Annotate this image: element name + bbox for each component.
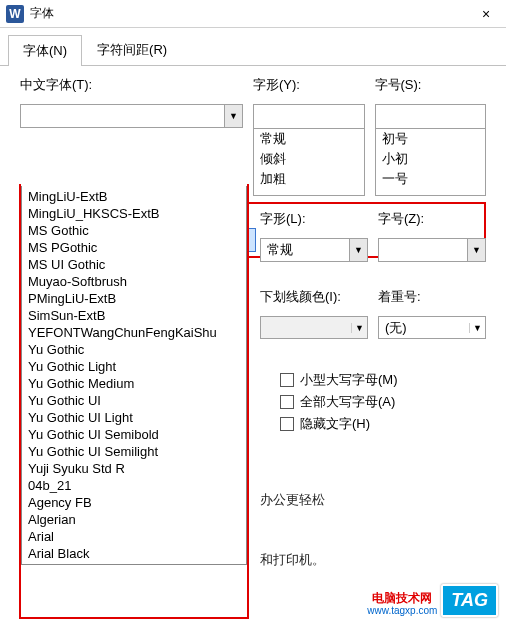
font-option[interactable]: SimSun-ExtB [22, 307, 246, 324]
font-option[interactable]: MingLiU_HKSCS-ExtB [22, 205, 246, 222]
font-option[interactable]: MS Gothic [22, 222, 246, 239]
emphasis-value: (无) [379, 319, 469, 337]
font-option[interactable]: Yu Gothic Light [22, 358, 246, 375]
font-option[interactable]: PMingLiU-ExtB [22, 290, 246, 307]
chevron-down-icon[interactable]: ▼ [224, 105, 242, 127]
font-option[interactable]: Arial [22, 528, 246, 545]
underline-color-combo[interactable]: ▼ [260, 316, 368, 339]
font-option[interactable]: Yu Gothic UI Light [22, 409, 246, 426]
close-button[interactable]: × [466, 0, 506, 28]
label-underline-color: 下划线颜色(I): [260, 288, 368, 306]
font-option[interactable]: Yu Gothic Medium [22, 375, 246, 392]
watermark: 电脑技术网 www.tagxp.com TAG [367, 584, 498, 617]
watermark-title: 电脑技术网 [367, 591, 437, 605]
chevron-down-icon[interactable]: ▼ [351, 323, 367, 333]
size-input[interactable] [375, 104, 487, 128]
chevron-down-icon[interactable]: ▼ [467, 239, 485, 261]
window-title: 字体 [30, 5, 466, 22]
title-bar: W 字体 × [0, 0, 506, 28]
checkbox-icon[interactable] [280, 417, 294, 431]
style-option[interactable]: 常规 [254, 129, 364, 149]
tabs: 字体(N) 字符间距(R) [0, 28, 506, 66]
font-option[interactable]: Yu Gothic UI Semibold [22, 426, 246, 443]
cn-font-value[interactable] [21, 105, 224, 127]
complex-style-value: 常规 [261, 239, 349, 261]
western-font-dropdown[interactable]: MingLiU-ExtB MingLiU_HKSCS-ExtB MS Gothi… [21, 186, 247, 565]
style-input[interactable] [253, 104, 365, 128]
font-option[interactable]: YEFONTWangChunFengKaiShu [22, 324, 246, 341]
label-style: 字形(Y): [253, 76, 365, 94]
check-label: 隐藏文字(H) [300, 415, 370, 433]
preview-text-2: 和打印机。 [260, 551, 486, 569]
font-option[interactable]: MS UI Gothic [22, 256, 246, 273]
font-option[interactable]: Yu Gothic UI [22, 392, 246, 409]
tag-badge: TAG [441, 584, 498, 617]
font-option[interactable]: Agency FB [22, 494, 246, 511]
font-option[interactable]: Yu Gothic [22, 341, 246, 358]
font-option[interactable]: Algerian [22, 511, 246, 528]
size-listbox[interactable]: 初号 小初 一号 [375, 128, 487, 196]
font-option[interactable]: 04b_21 [22, 477, 246, 494]
size-option[interactable]: 一号 [376, 169, 486, 189]
complex-size-combo[interactable]: ▼ [378, 238, 486, 262]
preview-text-1: 办公更轻松 [260, 491, 486, 509]
font-option[interactable]: MS PGothic [22, 239, 246, 256]
style-option[interactable]: 加粗 [254, 169, 364, 189]
size-option[interactable]: 小初 [376, 149, 486, 169]
label-size: 字号(S): [375, 76, 487, 94]
label-emphasis: 着重号: [378, 288, 486, 306]
font-option[interactable]: MingLiU-ExtB [22, 188, 246, 205]
cn-font-combo[interactable]: ▼ [20, 104, 243, 128]
check-label: 小型大写字母(M) [300, 371, 398, 389]
check-allcaps[interactable]: 全部大写字母(A) [280, 391, 486, 413]
font-option[interactable]: Yuji Syuku Std R [22, 460, 246, 477]
label-complex-size: 字号(Z): [378, 210, 486, 228]
tab-spacing[interactable]: 字符间距(R) [82, 34, 182, 65]
emphasis-combo[interactable]: (无)▼ [378, 316, 486, 339]
font-option[interactable]: Arial Black [22, 545, 246, 562]
style-listbox[interactable]: 常规 倾斜 加粗 [253, 128, 365, 196]
label-cn-font: 中文字体(T): [20, 76, 243, 94]
checkbox-icon[interactable] [280, 373, 294, 387]
chevron-down-icon[interactable]: ▼ [349, 239, 367, 261]
app-icon: W [6, 5, 24, 23]
complex-style-combo[interactable]: 常规▼ [260, 238, 368, 262]
style-option[interactable]: 倾斜 [254, 149, 364, 169]
font-option[interactable]: Muyao-Softbrush [22, 273, 246, 290]
font-option[interactable]: Yu Gothic UI Semilight [22, 443, 246, 460]
watermark-url: www.tagxp.com [367, 605, 437, 617]
label-complex-style: 字形(L): [260, 210, 368, 228]
tab-font[interactable]: 字体(N) [8, 35, 82, 66]
size-option[interactable]: 初号 [376, 129, 486, 149]
check-label: 全部大写字母(A) [300, 393, 395, 411]
check-smallcaps[interactable]: 小型大写字母(M) [280, 369, 486, 391]
checkbox-icon[interactable] [280, 395, 294, 409]
chevron-down-icon[interactable]: ▼ [469, 323, 485, 333]
check-hidden[interactable]: 隐藏文字(H) [280, 413, 486, 435]
complex-section: 字形(L): 字号(Z): 常规▼ ▼ 下划线颜色(I): 着重号: ▼ (无)… [260, 210, 486, 575]
